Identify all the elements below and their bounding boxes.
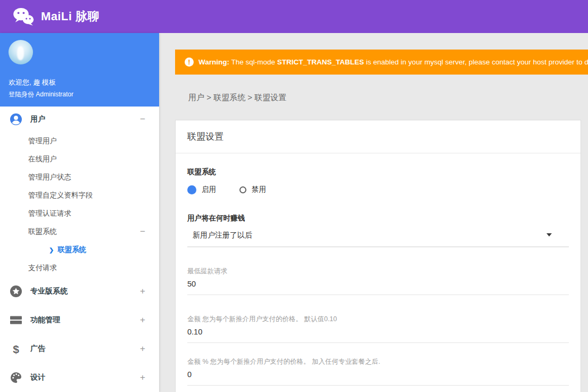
sidebar-item-label: 管理自定义资料字段 [28,191,145,200]
caret-down-icon [546,233,552,236]
sidebar-item-label: 用户 [30,115,140,124]
radio-selected-icon[interactable] [187,185,196,194]
sidebar-item-online-users[interactable]: 在线用户 [0,150,159,168]
min-withdraw-input[interactable]: 50 [187,280,569,295]
brand-title: MaiLi 脉聊 [41,9,100,24]
main-content: ! Warning: The sql-mode STRICT_TRANS_TAB… [159,33,588,392]
sidebar-item-label: 专业版系统 [30,287,140,296]
warning-text: is enabled in your mysql server, please … [364,58,588,66]
radio-unselected-icon[interactable] [239,186,246,193]
radio-option-disable[interactable]: 禁用 [239,185,266,194]
sidebar-item-label: 功能管理 [30,315,140,325]
warning-banner: ! Warning: The sql-mode STRICT_TRANS_TAB… [175,50,588,75]
amount-per-referral-label: 金额 您为每个新推介用户支付的价格。 默认值0.10 [187,315,569,324]
sidebar-item-manage-user-status[interactable]: 管理用户状态 [0,168,159,186]
percent-per-referral-label: 金额 % 您为每个新推介用户支付的价格。 加入任何专业套餐之后. [187,357,569,366]
min-withdraw-label: 最低提款请求 [187,267,569,276]
expand-icon: + [140,372,145,383]
sidebar-item-features[interactable]: 功能管理 + [0,306,159,334]
sidebar-item-label: 设计 [30,373,140,382]
welcome-text: 欢迎您, 趣 模板 [9,78,151,87]
sidebar-item-design[interactable]: 设计 + [0,363,159,392]
sidebar-item-manage-users[interactable]: 管理用户 [0,132,159,150]
sidebar-item-ads[interactable]: $ 广告 + [0,334,159,363]
breadcrumb-separator: > [245,93,254,102]
collapse-icon: − [140,226,145,237]
breadcrumb-affiliates[interactable]: 联盟系统 [213,93,245,102]
palette-icon [10,371,22,384]
user-icon [10,113,22,126]
collapse-icon: − [140,114,145,125]
breadcrumb-current: 联盟设置 [254,93,286,102]
wechat-logo-icon [13,7,34,26]
warning-sqlmode: STRICT_TRANS_TABLES [277,58,364,66]
menu-bars-icon [10,314,22,326]
sidebar-item-label: 管理用户状态 [28,173,145,182]
radio-option-enable[interactable]: 启用 [187,185,216,194]
sidebar-item-affiliates-system[interactable]: 联盟系统 − [0,223,159,241]
radio-enable-label: 启用 [202,185,216,194]
warning-text: The sql-mode [229,58,277,66]
sidebar-item-affiliates-system-active[interactable]: ❯ 联盟系统 [0,241,159,259]
sidebar-item-label: 管理认证请求 [28,209,145,218]
earn-when-label: 用户将在何时赚钱 [187,214,569,223]
chevron-right-icon: ❯ [49,247,54,254]
breadcrumb-separator: > [204,93,213,102]
dollar-icon: $ [10,342,22,355]
sidebar-item-label: 联盟系统 [57,245,86,255]
sidebar-item-label: 在线用户 [28,154,145,164]
earn-when-selected-value: 新用户注册了以后 [193,231,551,240]
sidebar-item-label: 联盟系统 [28,227,140,236]
settings-card: 联盟设置 联盟系统 启用 禁用 用户将在何时赚钱 新用户注 [175,120,581,392]
expand-icon: + [140,315,145,325]
login-role-text: 登陆身份 Administrator [9,90,151,99]
sidebar-item-users[interactable]: 用户 − [0,107,159,132]
profile-panel: 欢迎您, 趣 模板 登陆身份 Administrator [0,33,159,107]
card-title: 联盟设置 [176,120,581,153]
avatar [9,40,33,64]
app-header: MaiLi 脉聊 [0,0,588,33]
sidebar-item-payment-requests[interactable]: 支付请求 [0,259,159,277]
expand-icon: + [140,344,145,354]
sidebar-item-label: 广告 [30,344,140,354]
exclamation-circle-icon: ! [185,58,194,67]
radio-disable-label: 禁用 [252,185,266,194]
sidebar: 欢迎您, 趣 模板 登陆身份 Administrator 用户 − 管理用户 在… [0,33,159,392]
warning-bold: Warning: [198,58,229,66]
sidebar-item-label: 管理用户 [28,136,145,146]
sidebar-item-label: 支付请求 [28,263,145,273]
sidebar-item-manage-verification-requests[interactable]: 管理认证请求 [0,205,159,223]
star-icon [10,285,22,298]
breadcrumb-users[interactable]: 用户 [188,93,204,102]
affiliate-system-label: 联盟系统 [187,167,569,177]
expand-icon: + [140,286,145,297]
breadcrumb: 用户 > 联盟系统 > 联盟设置 [175,84,588,112]
sidebar-item-manage-custom-profile-fields[interactable]: 管理自定义资料字段 [0,186,159,205]
percent-per-referral-input[interactable]: 0 [187,370,569,386]
earn-when-select[interactable]: 新用户注册了以后 [187,231,569,247]
sidebar-item-pro-system[interactable]: 专业版系统 + [0,277,159,306]
amount-per-referral-input[interactable]: 0.10 [187,328,569,343]
